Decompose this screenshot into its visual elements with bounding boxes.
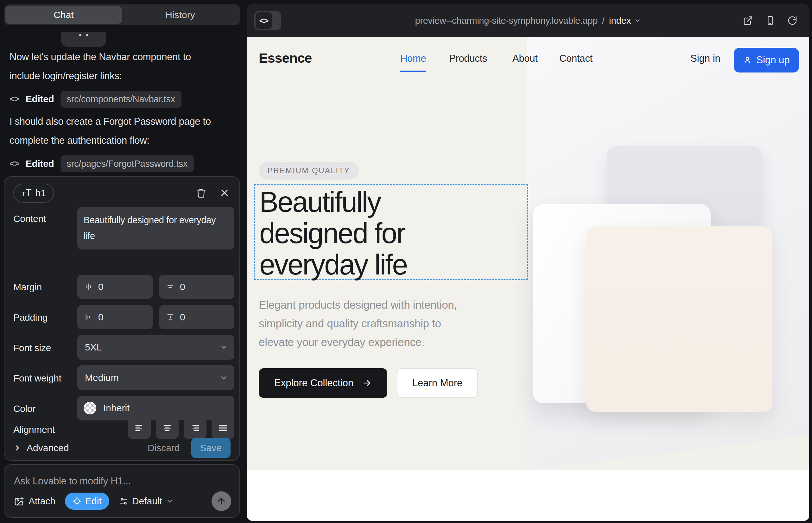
mobile-view-icon[interactable] [765,16,775,26]
tab-chat[interactable]: Chat [5,6,122,24]
file-chip[interactable]: src/pages/ForgotPassword.tsx [60,156,194,172]
decorative-card-beige [586,227,772,412]
arrow-right-icon [362,378,372,388]
advanced-row: Advanced Discard Save [13,438,231,458]
chevron-down-icon [220,374,228,382]
align-justify-button[interactable] [212,417,234,439]
margin-y-input[interactable]: 0 [159,275,234,299]
preview-page: Essence Home Products About Contact Sign… [247,37,809,521]
send-button[interactable] [212,491,231,511]
font-size-label: Font size [13,343,51,353]
font-size-select[interactable]: 5XL [77,335,234,360]
active-link-underline [400,71,426,72]
color-select[interactable]: Inherit [77,396,234,420]
learn-more-button[interactable]: Learn More [397,368,478,398]
file-chip[interactable]: src/components/Navbar.tsx [60,91,181,108]
image-plus-icon [14,496,24,506]
model-selector[interactable]: Default [119,496,174,507]
scrolled-chip-partial [61,32,106,47]
padding-y-input[interactable]: 0 [159,305,234,329]
color-label: Color [13,403,35,414]
save-button[interactable]: Save [191,438,231,458]
font-weight-select[interactable]: Medium [77,365,234,390]
chevron-down-icon [634,17,641,24]
margin-horizontal-icon [84,283,93,291]
prompt-box: Ask Lovable to modify H1... Attach Edit … [4,464,240,518]
sign-up-button[interactable]: Sign up [734,48,799,72]
transparent-swatch-icon [84,402,96,414]
refresh-icon[interactable] [787,16,797,26]
align-center-button[interactable] [156,417,179,439]
chevron-down-icon [166,497,174,505]
user-icon [743,56,752,65]
margin-x-input[interactable]: 0 [77,275,153,299]
nav-link-about[interactable]: About [512,53,538,64]
tab-history[interactable]: History [122,6,239,24]
sliders-icon [119,497,128,506]
trash-icon[interactable] [196,187,207,198]
close-icon[interactable] [219,187,230,198]
chat-history-tabs: Chat History [4,4,240,25]
nav-link-contact[interactable]: Contact [559,53,593,64]
nav-link-home[interactable]: Home [400,53,426,64]
element-tag-badge: TT h1 [13,184,54,203]
type-icon: TT [21,187,32,199]
edit-mode-button[interactable]: Edit [65,493,109,510]
margin-label: Margin [13,282,42,292]
alignment-group [128,417,234,439]
assistant-message: I should also create a Forgot Password p… [10,112,236,150]
crosshair-icon [72,497,82,506]
font-weight-label: Font weight [13,373,61,384]
code-icon: <> [10,94,19,104]
content-input[interactable]: Beautifully designed for everyday life [77,207,234,250]
attach-button[interactable]: Attach [14,496,55,507]
chevron-right-icon[interactable] [13,444,21,452]
advanced-toggle[interactable]: Advanced [27,443,69,453]
margin-vertical-icon [166,283,175,291]
edited-file-row: <> Edited src/components/Navbar.tsx [10,90,181,108]
prompt-input[interactable]: Ask Lovable to modify H1... [14,475,131,487]
sign-in-link[interactable]: Sign in [690,53,721,64]
chevron-down-icon [220,343,228,351]
code-icon: <> [10,159,19,169]
padding-vertical-icon [166,313,175,322]
padding-label: Padding [13,312,48,323]
premium-quality-badge: PREMIUM QUALITY [259,162,359,180]
hero-heading[interactable]: Beautifully designed for everyday life [259,186,407,281]
preview-browser-frame: <> preview--charming-site-symphony.lovab… [247,4,810,521]
alignment-label: Alignment [13,424,55,435]
arrow-up-icon [217,497,226,506]
align-left-button[interactable] [128,417,151,439]
open-external-icon[interactable] [743,16,753,26]
next-section [247,470,809,521]
align-right-button[interactable] [184,417,207,439]
url-bar[interactable]: preview--charming-site-symphony.lovable.… [247,4,810,37]
hero-paragraph: Elegant products designed with intention… [259,295,457,351]
nav-link-products[interactable]: Products [449,53,487,64]
site-logo[interactable]: Essence [259,50,312,66]
padding-horizontal-icon [84,313,93,322]
content-label: Content [13,213,46,224]
explore-collection-button[interactable]: Explore Collection [259,368,387,398]
element-inspector-panel: TT h1 Content Beautifully designed for e… [4,176,240,461]
edited-file-row: <> Edited src/pages/ForgotPassword.tsx [10,155,194,173]
discard-button[interactable]: Discard [147,443,180,453]
padding-x-input[interactable]: 0 [77,305,153,329]
assistant-message: Now let's update the Navbar component to… [10,48,236,86]
